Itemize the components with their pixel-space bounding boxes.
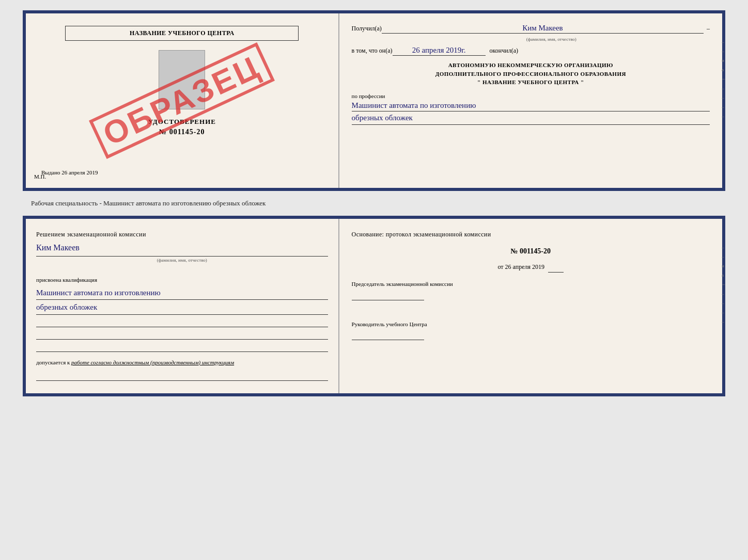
top-document: НАЗВАНИЕ УЧЕБНОГО ЦЕНТРА УДОСТОВЕРЕНИЕ №… — [23, 10, 725, 191]
director-label: Руководитель учебного Центра — [352, 321, 427, 327]
bottom-doc-left: Решением экзаменационной комиссии Ким Ма… — [26, 219, 339, 393]
completed-date: 26 апреля 2019г. — [393, 46, 486, 56]
received-name: Ким Макеев — [382, 24, 704, 34]
blank-line-2 — [36, 329, 328, 340]
received-label: Получил(а) — [352, 25, 382, 33]
bottom-right-side-chars: – – и а ← – – – – — [722, 245, 726, 324]
basis-label: Основание: протокол экзаменационной коми… — [352, 231, 491, 238]
received-row: Получил(а) Ким Макеев – — [352, 24, 710, 34]
org-block: АВТОНОМНУЮ НЕКОММЕРЧЕСКУЮ ОРГАНИЗАЦИЮ ДО… — [352, 61, 710, 87]
profession-line1: Машинист автомата по изготовлению — [352, 101, 710, 111]
допускается-block: допускается к работе согласно должностны… — [36, 358, 328, 367]
school-name-box: НАЗВАНИЕ УЧЕБНОГО ЦЕНТРА — [65, 26, 299, 41]
chairman-block: Председатель экзаменационной комиссии — [352, 280, 710, 311]
qualification-line1: Машинист автомата по изготовлению — [36, 286, 328, 300]
blank-line-3 — [36, 342, 328, 352]
допускается-label: допускается к — [36, 359, 70, 365]
top-doc-right: Получил(а) Ким Макеев – (фамилия, имя, о… — [339, 13, 722, 188]
profession-label: по профессии — [352, 93, 710, 99]
protocol-number: № 001145-20 — [352, 245, 710, 258]
top-doc-left: НАЗВАНИЕ УЧЕБНОГО ЦЕНТРА УДОСТОВЕРЕНИЕ №… — [26, 13, 339, 188]
completed-label: окончил(а) — [490, 47, 518, 55]
bottom-doc-right: Основание: протокол экзаменационной коми… — [339, 219, 722, 393]
date-dash — [548, 272, 564, 273]
mp-label: М.П. — [34, 173, 46, 180]
допускается-value: работе согласно должностным (производств… — [71, 359, 234, 365]
cert-number: № 001145-20 — [159, 128, 205, 136]
org-line1: АВТОНОМНУЮ НЕКОММЕРЧЕСКУЮ ОРГАНИЗАЦИЮ — [352, 61, 710, 70]
bottom-person-name: Ким Макеев — [36, 241, 328, 254]
bottom-right-text: Основание: протокол экзаменационной коми… — [352, 229, 710, 340]
chairman-label: Председатель экзаменационной комиссии — [352, 281, 453, 287]
qualification-line2: обрезных обложек — [36, 301, 328, 315]
blank-line-1 — [36, 317, 328, 327]
org-line2: ДОПОЛНИТЕЛЬНОГО ПРОФЕССИОНАЛЬНОГО ОБРАЗО… — [352, 70, 710, 78]
inthat-label: в том, что он(а) — [352, 47, 393, 55]
issued-date-row: Выдано 26 апреля 2019 — [36, 138, 98, 175]
between-label: Рабочая специальность - Машинист автомат… — [10, 199, 266, 207]
decision-label: Решением экзаменационной комиссии — [36, 231, 146, 238]
photo-placeholder — [159, 50, 205, 109]
protocol-date: от 26 апреля 2019 — [352, 262, 710, 273]
blank-line-4 — [36, 371, 328, 381]
cert-label: УДОСТОВЕРЕНИЕ — [148, 118, 216, 126]
bottom-document: Решением экзаменационной комиссии Ким Ма… — [23, 216, 725, 396]
school-name-text: НАЗВАНИЕ УЧЕБНОГО ЦЕНТРА — [130, 29, 235, 37]
director-block: Руководитель учебного Центра — [352, 320, 710, 341]
inthat-row: в том, что он(а) 26 апреля 2019г. окончи… — [352, 46, 710, 56]
qualification-label: присвоена квалификация — [36, 277, 97, 283]
protocol-date-prefix: от — [498, 263, 504, 270]
profession-line2: обрезных обложек — [352, 114, 710, 125]
org-line3: " НАЗВАНИЕ УЧЕБНОГО ЦЕНТРА " — [352, 78, 710, 87]
dash1: – — [707, 25, 710, 33]
name-sublabel: (фамилия, имя, отчество) — [393, 37, 710, 42]
issued-date-value: 26 апреля 2019 — [61, 169, 98, 175]
protocol-date-value: 26 апреля 2019 — [505, 263, 544, 270]
bottom-left-text: Решением экзаменационной комиссии Ким Ма… — [36, 229, 328, 352]
right-side-chars: – – и а ← – – – – — [722, 39, 726, 119]
bottom-name-sublabel: (фамилия, имя, отчество) — [36, 256, 328, 264]
chairman-sig-line — [352, 291, 424, 300]
director-sig-line — [352, 331, 424, 340]
